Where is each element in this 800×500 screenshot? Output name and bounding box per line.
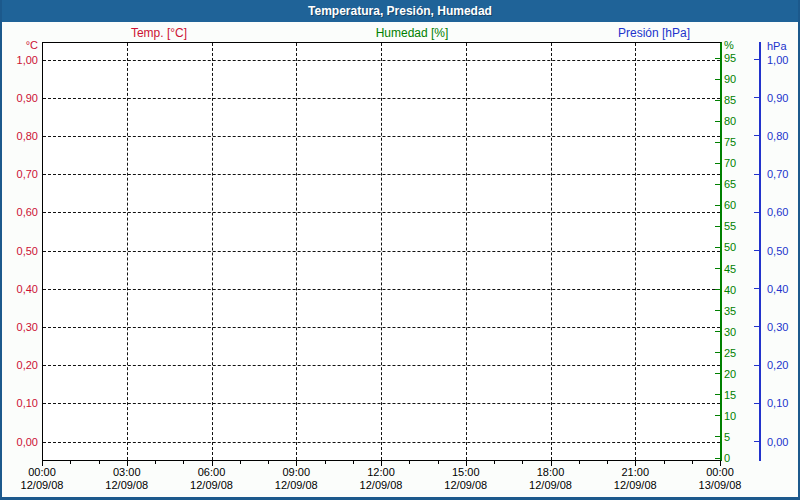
pressure-axis-tick (754, 135, 759, 136)
gridline-vertical (127, 43, 128, 460)
temp-axis-tick-label: 0,00 (2, 436, 38, 448)
x-axis-time-label: 09:00 (282, 466, 310, 478)
pressure-axis-tick-label: 0,40 (767, 283, 788, 295)
pressure-axis-tick-label: 0,30 (767, 321, 788, 333)
x-axis-time-label: 18:00 (537, 466, 565, 478)
humidity-axis-tick-label: 15 (724, 389, 736, 401)
x-axis-time-label: 03:00 (113, 466, 141, 478)
x-axis-date-label: 12/09/08 (105, 479, 148, 491)
x-axis-minor-tick (438, 461, 439, 464)
pressure-axis-tick (754, 97, 759, 98)
x-axis-date-label: 12/09/08 (614, 479, 657, 491)
x-axis-major-tick (720, 461, 721, 466)
humidity-axis-tick-label: 55 (724, 220, 736, 232)
humidity-axis-tick-label: 0 (724, 452, 730, 464)
pressure-axis-tick (754, 288, 759, 289)
x-axis-time-label: 00:00 (706, 466, 734, 478)
x-axis-major-tick (635, 461, 636, 466)
pressure-axis-tick-label: 1,00 (767, 54, 788, 66)
x-axis-minor-tick (268, 461, 269, 464)
x-axis-minor-tick (409, 461, 410, 464)
pressure-axis-tick (754, 212, 759, 213)
x-axis-minor-tick (494, 461, 495, 464)
humidity-axis-unit-label: % (724, 39, 734, 51)
x-axis-major-tick (296, 461, 297, 466)
temp-axis-tick-label: 0,20 (2, 359, 38, 371)
x-axis-major-tick (127, 461, 128, 466)
legend-temperature: Temp. [°C] (131, 26, 187, 40)
humidity-axis-tick-label: 25 (724, 347, 736, 359)
x-axis-time-label: 12:00 (367, 466, 395, 478)
gridline-vertical (296, 43, 297, 460)
pressure-axis-tick-label: 0,90 (767, 92, 788, 104)
x-axis-time-label: 00:00 (28, 466, 56, 478)
x-axis-minor-tick (353, 461, 354, 464)
x-axis-major-tick (381, 461, 382, 466)
humidity-axis-tick-label: 80 (724, 115, 736, 127)
temp-axis-tick-label: 0,40 (2, 283, 38, 295)
x-axis-minor-tick (240, 461, 241, 464)
pressure-axis-tick-label: 0,60 (767, 206, 788, 218)
x-axis-time-label: 06:00 (198, 466, 226, 478)
temp-axis-tick-label: 0,10 (2, 397, 38, 409)
humidity-axis-tick-label: 60 (724, 199, 736, 211)
legend-pressure: Presión [hPa] (618, 26, 690, 40)
pressure-axis-tick (754, 174, 759, 175)
humidity-axis-tick-label: 5 (724, 431, 730, 443)
pressure-axis-tick-label: 0,10 (767, 397, 788, 409)
x-axis-time-label: 15:00 (452, 466, 480, 478)
humidity-axis-tick-label: 65 (724, 178, 736, 190)
gridline-vertical (212, 43, 213, 460)
humidity-axis-tick-label: 90 (724, 73, 736, 85)
x-axis-date-label: 12/09/08 (444, 479, 487, 491)
x-axis-date-label: 12/09/08 (190, 479, 233, 491)
legend-humidity: Humedad [%] (376, 26, 449, 40)
x-axis-minor-tick (607, 461, 608, 464)
humidity-axis-tick-label: 75 (724, 136, 736, 148)
pressure-axis-tick-label: 0,00 (767, 436, 788, 448)
x-axis-date-label: 12/09/08 (275, 479, 318, 491)
x-axis-time-label: 21:00 (621, 466, 649, 478)
pressure-axis-tick-label: 0,70 (767, 168, 788, 180)
temp-axis-tick-label: 1,00 (2, 54, 38, 66)
humidity-axis-tick-label: 95 (724, 52, 736, 64)
pressure-axis-tick (754, 250, 759, 251)
humidity-axis-tick-label: 85 (724, 94, 736, 106)
humidity-axis-tick-label: 35 (724, 305, 736, 317)
x-axis-minor-tick (579, 461, 580, 464)
pressure-axis-tick-label: 0,20 (767, 359, 788, 371)
x-axis-major-tick (466, 461, 467, 466)
temp-axis-tick-label: 0,30 (2, 321, 38, 333)
window-title: Temperatura, Presión, Humedad (308, 4, 492, 18)
x-axis-date-label: 12/09/08 (360, 479, 403, 491)
x-axis-minor-tick (99, 461, 100, 464)
humidity-axis-tick-label: 70 (724, 157, 736, 169)
pressure-axis-tick (754, 365, 759, 366)
pressure-axis-line (759, 42, 761, 461)
plot-area (42, 42, 722, 461)
temp-axis-unit-label: °C (2, 39, 38, 51)
gridline-vertical (551, 43, 552, 460)
x-axis-date-label: 12/09/08 (529, 479, 572, 491)
window-titlebar: Temperatura, Presión, Humedad (0, 0, 800, 22)
x-axis-minor-tick (325, 461, 326, 464)
x-axis-major-tick (212, 461, 213, 466)
x-axis-major-tick (551, 461, 552, 466)
pressure-axis-unit-label: hPa (767, 40, 787, 52)
temp-axis-tick-label: 0,70 (2, 168, 38, 180)
humidity-axis-tick-label: 10 (724, 410, 736, 422)
temp-axis-tick-label: 0,60 (2, 206, 38, 218)
x-axis-date-label: 12/09/08 (21, 479, 64, 491)
humidity-axis-tick-label: 45 (724, 263, 736, 275)
gridline-vertical (466, 43, 467, 460)
x-axis-minor-tick (183, 461, 184, 464)
x-axis-minor-tick (664, 461, 665, 464)
x-axis-minor-tick (692, 461, 693, 464)
x-axis-date-label: 13/09/08 (699, 479, 742, 491)
chart-window: Temperatura, Presión, Humedad Temp. [°C]… (0, 0, 800, 500)
pressure-axis-tick-label: 0,50 (767, 245, 788, 257)
pressure-axis-tick (754, 326, 759, 327)
temp-axis-tick-label: 0,50 (2, 245, 38, 257)
pressure-axis-tick (754, 59, 759, 60)
x-axis-major-tick (42, 461, 43, 466)
